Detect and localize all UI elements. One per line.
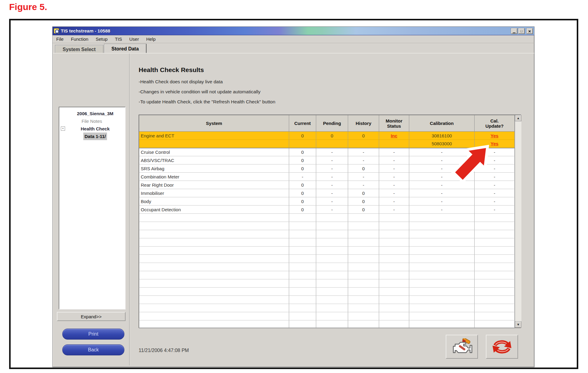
system-cell: Engine and ECT [139,132,289,140]
empty-table-row [139,296,515,304]
empty-cell [289,312,316,320]
minimize-button[interactable]: ▁ [511,28,517,34]
menubar: FileFunctionSetupTISUserHelp [53,35,534,43]
window-controls: ▁□× [511,28,533,34]
value-cell: - [409,173,475,181]
scroll-down-icon[interactable]: ▼ [515,321,521,328]
menu-item-function[interactable]: Function [71,36,88,42]
menu-item-user[interactable]: User [129,36,139,42]
value-cell: 30816100 [409,132,475,140]
table-row[interactable]: Rear Right Door0----- [139,181,515,189]
empty-cell [348,271,379,279]
value-cell: 0 [289,132,316,140]
empty-cell [316,271,348,279]
back-button[interactable]: Back [62,344,124,355]
value-cell: 0 [316,132,348,140]
tabbar: System SelectStored Data [53,43,534,54]
tree-item-file-notes[interactable]: File Notes [59,117,125,125]
table-row[interactable]: Body0-0--- [139,197,515,205]
empty-cell [348,312,379,320]
value-cell: 0 [348,197,379,205]
table-row[interactable]: Combination Meter------ [139,173,515,181]
value-cell: - [316,164,348,173]
tree-item-2006-sienna-3m[interactable]: 2006_Sienna_3M [59,110,125,117]
empty-cell [316,263,348,271]
value-cell: 50803000 [409,140,475,148]
maximize-button[interactable]: □ [518,28,525,34]
tab-stored-data[interactable]: Stored Data [104,44,147,54]
empty-table-row [139,247,515,255]
empty-cell [379,279,409,288]
health-check-table: SystemCurrentPendingHistoryMonitor Statu… [139,115,521,328]
table-row[interactable]: Engine and ECT000Inc30816100Yes [139,132,515,140]
empty-cell [379,222,409,230]
close-button[interactable]: × [526,28,533,34]
print-button[interactable]: Print [62,329,124,340]
tree-item-label: 2006_Sienna_3M [77,110,113,117]
collapse-icon[interactable]: - [61,126,65,131]
empty-cell [348,214,379,222]
empty-cell [139,296,289,304]
window-title: TIS techstream - 10588 [61,28,110,33]
empty-cell [289,222,316,230]
menu-item-help[interactable]: Help [146,36,156,42]
table-row[interactable]: Occupant Detection0-0--- [139,205,515,214]
table-row[interactable]: Immobiliser0-0--- [139,189,515,197]
table-row[interactable]: Cruise Control0----- [139,148,515,156]
empty-cell [475,255,515,263]
cal-update-link[interactable]: Yes [491,133,499,138]
value-cell: - [348,181,379,189]
value-cell: - [379,189,409,197]
system-cell: ABS/VSC/TRAC [139,156,289,164]
value-cell: - [316,189,348,197]
health-check-button[interactable] [446,335,478,359]
empty-cell [409,263,475,271]
table-row[interactable]: SRS Airbag0-0--- [139,164,515,173]
empty-cell [348,279,379,288]
empty-cell [475,222,515,230]
value-cell: - [409,156,475,164]
empty-cell [409,255,475,263]
monitor-status-link[interactable]: Inc [391,133,397,138]
empty-cell [409,271,475,279]
empty-cell [348,288,379,296]
table-row[interactable]: ABS/VSC/TRAC0----- [139,156,515,164]
empty-cell [409,279,475,288]
empty-cell [379,288,409,296]
empty-cell [316,312,348,320]
table-row[interactable]: 50803000Yes [139,140,515,148]
empty-table-row [139,320,515,329]
cal-update-link[interactable]: Yes [491,141,499,146]
empty-cell [348,238,379,247]
empty-cell [289,263,316,271]
refresh-health-check-button[interactable] [486,335,518,359]
tree-item-data-1-11[interactable]: Data 1-11/ [59,133,125,140]
value-cell: - [379,148,409,156]
scroll-up-icon[interactable]: ▲ [515,115,521,121]
app-window: TIS techstream - 10588 ▁□× FileFunctionS… [52,26,534,367]
tree-item-health-check[interactable]: -Health Check [59,125,125,133]
empty-cell [475,247,515,255]
value-cell: 0 [289,156,316,164]
empty-cell [379,238,409,247]
menu-item-tis[interactable]: TIS [115,36,122,42]
value-cell: - [409,189,475,197]
value-cell: - [316,156,348,164]
empty-cell [379,247,409,255]
menu-item-file[interactable]: File [56,36,64,42]
empty-cell [475,288,515,296]
menu-item-setup[interactable]: Setup [96,36,108,42]
empty-cell [316,238,348,247]
empty-cell [475,238,515,247]
empty-cell [316,214,348,222]
empty-cell [316,222,348,230]
empty-cell [139,255,289,263]
empty-cell [475,271,515,279]
table-scrollbar[interactable]: ▲ ▼ [515,115,521,328]
value-cell: - [348,148,379,156]
column-header-system: System [139,115,289,132]
tab-system-select[interactable]: System Select [55,45,103,54]
value-cell: - [379,197,409,205]
expand-button[interactable]: Expand>> [57,312,126,321]
value-cell: - [316,197,348,205]
